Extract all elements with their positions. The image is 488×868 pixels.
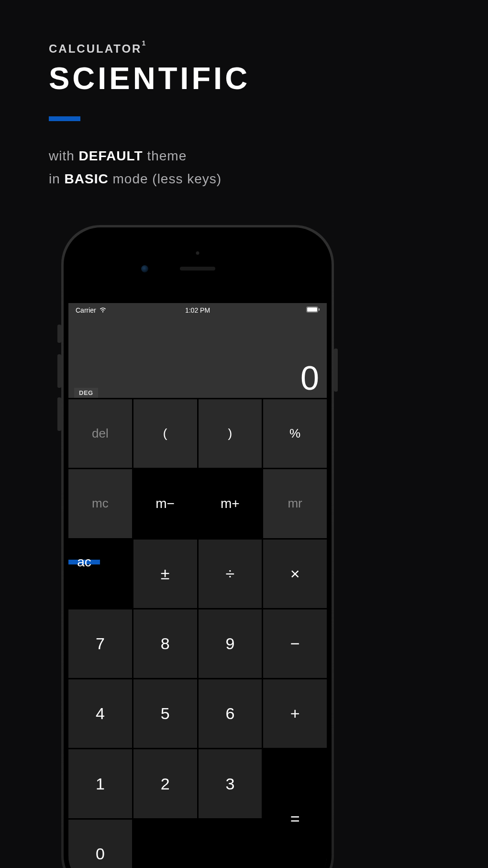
phone-side-button <box>57 397 61 431</box>
svg-rect-2 <box>319 308 320 311</box>
phone-frame: Carrier 1:02 PM 0 DEG <box>61 225 334 868</box>
key-mc[interactable]: mc <box>68 469 132 538</box>
phone-screen: Carrier 1:02 PM 0 DEG <box>68 303 327 868</box>
status-right <box>198 306 320 314</box>
tagline-text: theme <box>143 148 187 163</box>
key-9[interactable]: 9 <box>199 609 262 678</box>
tagline-text: with <box>49 148 79 163</box>
key-plus[interactable]: + <box>263 679 327 748</box>
key-7[interactable]: 7 <box>68 609 132 678</box>
tagline-strong: BASIC <box>65 171 109 186</box>
key-ac[interactable]: ac <box>68 560 100 564</box>
tagline-text: mode (less keys) <box>109 171 222 186</box>
phone-shell: Carrier 1:02 PM 0 DEG <box>64 227 332 868</box>
tagline-strong: DEFAULT <box>79 148 143 163</box>
svg-rect-1 <box>307 307 317 312</box>
display-value: 0 <box>76 361 319 395</box>
status-left: Carrier <box>76 306 198 314</box>
carrier-label: Carrier <box>76 306 96 314</box>
key-m-plus[interactable]: m+ <box>199 469 262 538</box>
key-left-paren[interactable]: ( <box>133 399 197 468</box>
key-plus-minus[interactable]: ± <box>133 540 197 608</box>
key-percent[interactable]: % <box>263 399 327 468</box>
header-superscript: 1 <box>142 39 145 47</box>
tagline: with DEFAULT theme in BASIC mode (less k… <box>49 145 222 191</box>
tagline-line-2: in BASIC mode (less keys) <box>49 168 222 191</box>
key-2[interactable]: 2 <box>133 749 197 818</box>
accent-bar <box>49 116 80 121</box>
key-divide[interactable]: ÷ <box>199 540 262 608</box>
key-8[interactable]: 8 <box>133 609 197 678</box>
calculator-display: 0 DEG <box>68 317 327 398</box>
sensor-dot-icon <box>196 251 200 255</box>
tagline-text: in <box>49 171 65 186</box>
phone-bezel <box>68 232 327 303</box>
key-right-paren[interactable]: ) <box>199 399 262 468</box>
speaker-icon <box>180 267 215 271</box>
header-supertitle-text: CALCULATOR <box>49 42 142 55</box>
key-del[interactable]: del <box>68 399 132 468</box>
battery-icon <box>306 306 320 314</box>
phone-side-button <box>334 349 338 392</box>
tagline-line-1: with DEFAULT theme <box>49 145 222 168</box>
header-title: SCIENTIFIC <box>49 60 250 96</box>
phone-inner: Carrier 1:02 PM 0 DEG <box>68 232 327 868</box>
phone-side-button <box>57 325 61 343</box>
key-mr[interactable]: mr <box>263 469 327 538</box>
page-header: CALCULATOR1 SCIENTIFIC <box>49 42 250 121</box>
key-m-minus[interactable]: m− <box>133 469 197 538</box>
key-3[interactable]: 3 <box>199 749 262 818</box>
key-1[interactable]: 1 <box>68 749 132 818</box>
key-multiply[interactable]: × <box>263 540 327 608</box>
status-bar: Carrier 1:02 PM <box>68 303 327 317</box>
key-0[interactable]: 0 <box>68 820 132 868</box>
status-time: 1:02 PM <box>185 306 210 314</box>
angle-mode-badge[interactable]: DEG <box>74 388 98 398</box>
wifi-icon <box>99 306 107 314</box>
key-minus[interactable]: − <box>263 609 327 678</box>
key-6[interactable]: 6 <box>199 679 262 748</box>
key-5[interactable]: 5 <box>133 679 197 748</box>
header-supertitle: CALCULATOR1 <box>49 42 250 56</box>
key-equals[interactable]: = <box>263 749 327 868</box>
phone-side-button <box>57 354 61 388</box>
keypad: del ( ) % mc m− m+ mr ac ± ÷ × 7 8 9 − <box>68 398 327 868</box>
camera-icon <box>141 265 148 272</box>
key-4[interactable]: 4 <box>68 679 132 748</box>
